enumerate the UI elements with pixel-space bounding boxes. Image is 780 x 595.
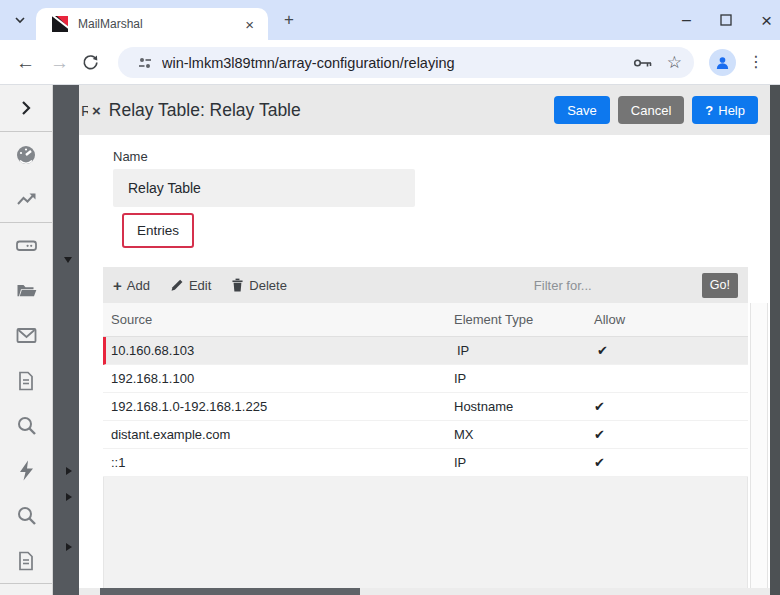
password-key-icon[interactable]	[633, 56, 653, 70]
reload-icon	[82, 54, 99, 71]
relay-table-panel: R × Relay Table: Relay Table Save Cancel…	[79, 85, 770, 595]
cell-source: 192.168.1.0-192.168.1.225	[103, 399, 454, 414]
horizontal-scrollbar-thumb[interactable]	[100, 588, 360, 595]
bookmark-star-icon[interactable]: ☆	[667, 52, 682, 73]
delete-label: Delete	[249, 278, 287, 293]
column-header-source[interactable]: Source	[103, 312, 454, 327]
tab-entries[interactable]: Entries	[122, 213, 194, 248]
document-icon	[15, 550, 37, 572]
add-label: Add	[127, 278, 150, 293]
table-row[interactable]: 10.160.68.103 IP ✔	[103, 337, 748, 365]
table-header-row: Source Element Type Allow	[103, 303, 748, 337]
cell-source: ::1	[103, 455, 454, 470]
lightning-icon	[16, 459, 37, 482]
cancel-button[interactable]: Cancel	[618, 96, 684, 124]
help-label: Help	[718, 103, 745, 118]
tree-collapsed-arrow-icon[interactable]	[66, 543, 72, 551]
browser-menu-icon[interactable]: ⋮	[748, 52, 764, 71]
sidebar-item-search-messages[interactable]	[0, 403, 52, 448]
tab-search-button[interactable]	[8, 8, 32, 32]
tree-expanded-arrow-icon[interactable]	[64, 257, 72, 263]
go-button[interactable]: Go!	[702, 273, 738, 298]
allow-check-icon: ✔	[594, 427, 748, 442]
entries-toolbar: + Add Edit	[103, 267, 748, 303]
sidebar-expand-button[interactable]	[0, 85, 52, 131]
table-row[interactable]: ::1 IP ✔	[103, 449, 748, 477]
filter-input[interactable]	[534, 278, 694, 293]
line-chart-icon	[15, 188, 38, 211]
table-row[interactable]: 192.168.1.100 IP	[103, 365, 748, 393]
forward-button[interactable]: →	[50, 40, 69, 85]
site-settings-icon[interactable]	[136, 54, 154, 72]
panel-header: R × Relay Table: Relay Table Save Cancel…	[79, 85, 770, 135]
sidebar-item-folders[interactable]	[0, 268, 52, 313]
search-icon	[15, 414, 38, 437]
browser-toolbar: ← → win-lmkm3l89tmn/array-configuration/…	[0, 40, 780, 85]
allow-check-icon: ✔	[594, 399, 748, 414]
sidebar-item-mail[interactable]	[0, 313, 52, 358]
mailmarshal-favicon	[52, 16, 68, 32]
question-icon: ?	[705, 103, 713, 118]
person-icon	[714, 54, 731, 71]
browser-tab[interactable]: MailMarshal ×	[36, 8, 268, 40]
collapsed-tree-strip[interactable]	[53, 85, 79, 595]
column-header-allow[interactable]: Allow	[594, 312, 748, 327]
minimize-button[interactable]: –	[682, 12, 691, 28]
vertical-scrollbar-track[interactable]	[750, 303, 768, 588]
tab-title: MailMarshal	[78, 17, 241, 31]
cell-source: distant.example.com	[103, 427, 454, 442]
sidebar-item-servers[interactable]	[0, 223, 52, 268]
maximize-icon	[719, 13, 733, 27]
horizontal-scrollbar[interactable]	[79, 588, 770, 595]
address-bar[interactable]: win-lmkm3l89tmn/array-configuration/rela…	[118, 47, 694, 78]
background-overlay-edge	[770, 85, 780, 595]
url-text[interactable]: win-lmkm3l89tmn/array-configuration/rela…	[162, 55, 619, 71]
panel-title: Relay Table: Relay Table	[109, 100, 546, 121]
reload-button[interactable]	[82, 54, 99, 71]
screen: MailMarshal × + – × ← →	[0, 0, 780, 595]
profile-avatar[interactable]	[709, 49, 736, 76]
dashboard-gauge-icon	[14, 143, 38, 167]
tree-collapsed-arrow-icon[interactable]	[66, 467, 72, 475]
sidebar-item-dashboard[interactable]	[0, 132, 52, 177]
cell-element-type: IP	[454, 455, 594, 470]
column-header-element-type[interactable]: Element Type	[454, 312, 594, 327]
chevron-down-icon	[13, 13, 27, 27]
new-tab-button[interactable]: +	[278, 10, 300, 30]
panel-close-icon[interactable]: ×	[92, 102, 101, 119]
close-window-button[interactable]: ×	[761, 11, 772, 30]
sidebar-item-search-logs[interactable]	[0, 493, 52, 538]
panel-content: Name Entries + Add Edit	[79, 135, 770, 595]
name-field[interactable]	[113, 169, 415, 207]
save-button[interactable]: Save	[554, 96, 610, 124]
app-sidebar	[0, 85, 53, 595]
allow-check-icon: ✔	[594, 455, 748, 470]
add-button[interactable]: + Add	[113, 278, 150, 293]
delete-button[interactable]: Delete	[231, 278, 287, 293]
search-icon	[15, 504, 38, 527]
document-icon	[15, 370, 37, 392]
tab-close-icon[interactable]: ×	[241, 17, 258, 32]
window-controls: – ×	[682, 0, 772, 40]
sidebar-item-actions[interactable]	[0, 448, 52, 493]
maximize-button[interactable]	[719, 13, 733, 27]
sidebar-item-reports[interactable]	[0, 177, 52, 222]
table-row[interactable]: distant.example.com MX ✔	[103, 421, 748, 449]
cell-element-type: Hostname	[454, 399, 594, 414]
tree-collapsed-arrow-icon[interactable]	[66, 493, 72, 501]
help-button[interactable]: ?Help	[692, 96, 758, 124]
trash-icon	[231, 278, 244, 292]
chevron-right-icon	[18, 100, 34, 116]
sidebar-item-policy[interactable]	[0, 358, 52, 403]
edit-button[interactable]: Edit	[170, 278, 211, 293]
clipped-underlying-text: R	[81, 102, 88, 119]
cell-element-type: MX	[454, 427, 594, 442]
sidebar-item-logs[interactable]	[0, 538, 52, 583]
table-row[interactable]: 192.168.1.0-192.168.1.225 Hostname ✔	[103, 393, 748, 421]
plus-icon: +	[113, 278, 122, 293]
edit-label: Edit	[189, 278, 211, 293]
app-area: R × Relay Table: Relay Table Save Cancel…	[0, 85, 780, 595]
back-button[interactable]: ←	[16, 40, 35, 85]
allow-check-icon: ✔	[597, 343, 748, 358]
folder-open-icon	[15, 279, 38, 302]
